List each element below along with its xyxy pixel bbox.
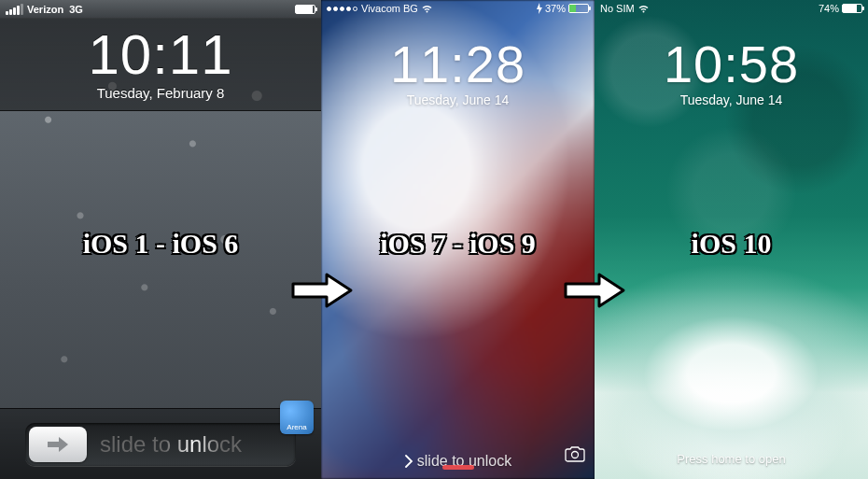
slide-track[interactable]: slide to unlock (25, 423, 296, 466)
slide-label: slide to unlock (100, 431, 287, 458)
panel-caption: iOS 1 - iOS 6 (0, 228, 321, 260)
signal-bars-icon (6, 4, 23, 15)
unlock-area: Press home to open (595, 452, 868, 466)
battery-icon (568, 4, 589, 13)
status-bar: Verizon 3G (0, 0, 321, 19)
unlock-area: slide to unlock (321, 453, 595, 472)
lockscreen-ios10: No SIM 74% 10:58 Tuesday, June 14 iOS 10… (595, 0, 868, 479)
wifi-icon (637, 4, 650, 13)
battery-icon (842, 4, 862, 13)
status-bar: No SIM 74% (595, 0, 868, 17)
battery-percent: 74% (819, 3, 839, 14)
svg-point-0 (572, 452, 579, 458)
slide-knob[interactable] (29, 427, 87, 462)
carrier-label: Vivacom BG (361, 3, 418, 14)
charging-icon (536, 3, 543, 14)
battery-percent: 37% (545, 3, 566, 14)
lockscreen-time: 11:28 (321, 34, 595, 94)
network-label: 3G (69, 4, 83, 15)
panel-caption: iOS 7 - iOS 9 (321, 228, 595, 260)
battery-icon (295, 5, 315, 14)
unlock-shelf: slide to unlock Arena (0, 408, 321, 479)
lockscreen-time: 10:58 (595, 34, 868, 94)
wifi-icon (421, 4, 433, 13)
arrow-right-icon (46, 435, 70, 454)
carrier-label: Verizon (27, 4, 63, 15)
camera-shortcut[interactable] (565, 445, 585, 466)
arena-badge: Arena (280, 401, 314, 434)
clock-area: 11:28 Tuesday, June 14 (321, 34, 595, 107)
grabber-handle[interactable] (442, 465, 474, 470)
panel-caption: iOS 10 (595, 228, 868, 260)
chevron-right-icon (404, 455, 413, 468)
lockscreen-date: Tuesday, February 8 (0, 85, 321, 101)
lockscreen-ios6: Verizon 3G 10:11 Tuesday, February 8 iOS… (0, 0, 321, 479)
carrier-label: No SIM (600, 3, 635, 14)
signal-dots-icon (327, 7, 357, 11)
lockscreen-date: Tuesday, June 14 (595, 92, 868, 107)
press-home-label[interactable]: Press home to open (595, 452, 868, 466)
clock-shelf: 10:11 Tuesday, February 8 (0, 19, 321, 111)
lockscreen-ios9: Vivacom BG 37% 11:28 Tuesday, June 14 iO… (321, 0, 595, 479)
lockscreen-date: Tuesday, June 14 (321, 92, 595, 107)
lockscreen-time: 10:11 (0, 22, 321, 87)
clock-area: 10:58 Tuesday, June 14 (595, 34, 868, 107)
status-bar: Vivacom BG 37% (321, 0, 595, 17)
